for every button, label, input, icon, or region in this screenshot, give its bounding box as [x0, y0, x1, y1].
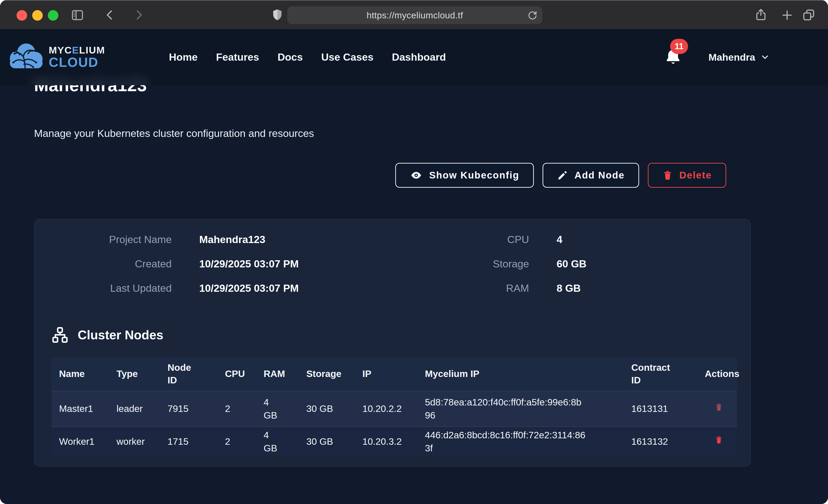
minimize-window-button[interactable]: [32, 10, 43, 21]
close-window-button[interactable]: [16, 10, 27, 21]
trash-icon: [714, 435, 723, 445]
ram-label: RAM: [356, 282, 529, 294]
delete-cluster-button[interactable]: Delete: [648, 163, 726, 188]
col-cpu: CPU: [217, 357, 256, 391]
delete-node-button[interactable]: [705, 435, 723, 446]
node-ip: 10.20.2.2: [355, 391, 417, 427]
node-mycelium-ip: 446:d2a6:8bcd:8c16:ff0f:72e2:3114:863f: [417, 427, 624, 456]
col-name: Name: [51, 357, 109, 391]
eye-icon: [410, 170, 423, 181]
col-mycelium-ip: Mycelium IP: [417, 357, 624, 391]
browser-toolbar: https://myceliumcloud.tf: [0, 0, 828, 29]
pencil-icon: [557, 170, 568, 181]
trash-icon: [714, 402, 723, 412]
cluster-details-card: Project Name Mahendra123 CPU 4 Created 1…: [34, 219, 751, 467]
sidebar-toggle-icon[interactable]: [70, 8, 85, 22]
cluster-nodes-header: Cluster Nodes: [51, 327, 163, 343]
brand-logo[interactable]: MYCELIUM CLOUD: [7, 41, 105, 73]
reload-icon[interactable]: [527, 10, 538, 22]
trash-icon: [662, 170, 673, 181]
storage-value: 60 GB: [556, 258, 586, 270]
col-ip: IP: [355, 357, 417, 391]
nav-item-dashboard[interactable]: Dashboard: [392, 51, 446, 63]
node-cpu: 2: [217, 427, 256, 456]
node-name: Master1: [51, 391, 109, 427]
shield-icon[interactable]: [271, 8, 284, 22]
node-type: worker: [109, 427, 160, 456]
user-name: Mahendra: [708, 52, 755, 63]
col-node-id: Node ID: [160, 357, 217, 391]
chevron-down-icon: [760, 52, 770, 62]
address-bar[interactable]: https://myceliumcloud.tf: [287, 6, 542, 24]
created-value: 10/29/2025 03:07 PM: [199, 258, 299, 270]
node-ram: 4 GB: [256, 427, 299, 456]
back-icon[interactable]: [104, 9, 116, 21]
nav-links: Home Features Docs Use Cases Dashboard: [169, 29, 446, 85]
zoom-window-button[interactable]: [48, 10, 58, 21]
table-row: Master1 leader 7915 2 4 GB 30 GB 10.20.2…: [51, 391, 737, 427]
nav-item-use-cases[interactable]: Use Cases: [321, 51, 374, 63]
node-storage: 30 GB: [299, 391, 355, 427]
tab-overview-icon[interactable]: [801, 8, 816, 22]
node-id: 7915: [160, 391, 217, 427]
page: Mahendra123 Manage your Kubernetes clust…: [0, 29, 828, 504]
node-mycelium-ip: 5d8:78ea:a120:f40c:ff0f:a5fe:99e6:8b96: [417, 391, 624, 427]
brand-wordmark: MYCELIUM CLOUD: [49, 45, 105, 69]
table-header-row: Name Type Node ID CPU RAM Storage IP Myc…: [51, 357, 737, 391]
cpu-label: CPU: [356, 234, 529, 246]
node-ip: 10.20.3.2: [355, 427, 417, 456]
delete-node-button[interactable]: [705, 402, 723, 413]
new-tab-icon[interactable]: [781, 9, 793, 22]
node-id: 1715: [160, 427, 217, 456]
nodes-table: Name Type Node ID CPU RAM Storage IP Myc…: [51, 357, 737, 456]
project-name-value: Mahendra123: [199, 234, 265, 246]
ram-value: 8 GB: [556, 282, 581, 294]
cluster-nodes-title: Cluster Nodes: [78, 328, 163, 342]
col-ram: RAM: [256, 357, 299, 391]
col-actions: Actions: [697, 357, 737, 391]
nav-item-docs[interactable]: Docs: [278, 51, 303, 63]
browser-window: https://myceliumcloud.tf: [0, 0, 828, 504]
node-cpu: 2: [217, 391, 256, 427]
page-subtitle: Manage your Kubernetes cluster configura…: [34, 127, 314, 139]
nav-item-features[interactable]: Features: [216, 51, 259, 63]
project-name-label: Project Name: [35, 234, 172, 246]
site-navbar: MYCELIUM CLOUD Home Features Docs Use Ca…: [0, 29, 828, 85]
node-type: leader: [109, 391, 160, 427]
user-menu[interactable]: Mahendra: [708, 29, 770, 85]
col-storage: Storage: [299, 357, 355, 391]
node-ram: 4 GB: [256, 391, 299, 427]
cpu-value: 4: [556, 234, 562, 246]
forward-icon[interactable]: [133, 9, 145, 21]
show-kubeconfig-button[interactable]: Show Kubeconfig: [395, 163, 534, 188]
node-contract-id: 1613131: [624, 391, 697, 427]
last-updated-value: 10/29/2025 03:07 PM: [199, 282, 299, 294]
node-name: Worker1: [51, 427, 109, 456]
notification-badge: 11: [670, 39, 688, 54]
share-icon[interactable]: [754, 7, 768, 22]
cluster-actions: Show Kubeconfig Add Node Delete: [395, 163, 726, 188]
last-updated-label: Last Updated: [35, 282, 172, 294]
network-icon: [51, 327, 69, 343]
col-type: Type: [109, 357, 160, 391]
mycelium-cloud-logo-icon: [7, 41, 45, 73]
table-row: Worker1 worker 1715 2 4 GB 30 GB 10.20.3…: [51, 427, 737, 456]
add-node-button[interactable]: Add Node: [543, 163, 639, 188]
node-storage: 30 GB: [299, 427, 355, 456]
url-text: https://myceliumcloud.tf: [367, 10, 463, 20]
node-contract-id: 1613132: [624, 427, 697, 456]
notifications-button[interactable]: 11: [664, 47, 682, 70]
nav-item-home[interactable]: Home: [169, 51, 198, 63]
col-contract-id: Contract ID: [624, 357, 697, 391]
storage-label: Storage: [356, 258, 529, 270]
created-label: Created: [35, 258, 172, 270]
